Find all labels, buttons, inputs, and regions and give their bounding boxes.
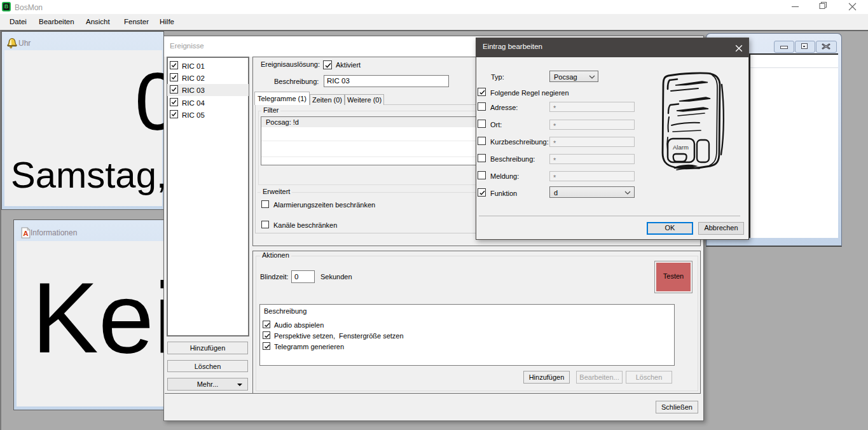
svg-text:A: A bbox=[23, 229, 29, 237]
svg-text:Alarm: Alarm bbox=[673, 144, 689, 151]
